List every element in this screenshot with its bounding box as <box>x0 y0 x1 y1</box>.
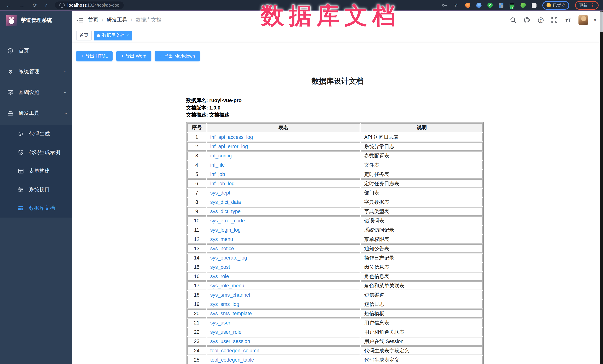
row-table-name: sys_dept <box>207 188 360 197</box>
table-name-link[interactable]: sys_dict_type <box>210 209 241 214</box>
row-index: 15 <box>187 263 206 271</box>
reload-icon[interactable]: ⟳ <box>33 3 37 8</box>
export-button[interactable]: + 导出 HTML <box>76 51 113 61</box>
back-icon[interactable]: ← <box>6 3 11 8</box>
table-name-link[interactable]: sys_user <box>210 320 230 325</box>
table-name-link[interactable]: sys_role <box>210 273 229 279</box>
sidebar-item-home[interactable]: 首页 <box>0 42 72 60</box>
address-bar[interactable]: i localhost:1024/tool/db-doc <box>55 1 124 9</box>
key-icon[interactable] <box>441 2 447 8</box>
table-name-link[interactable]: inf_file <box>210 162 225 168</box>
table-name-link[interactable]: inf_job <box>210 171 225 177</box>
table-name-link[interactable]: sys_user_session <box>210 338 250 344</box>
row-index: 16 <box>187 272 206 280</box>
sliders-icon <box>18 187 24 193</box>
table-name-link[interactable]: sys_dept <box>210 190 230 196</box>
table-row: 12 sys_menu 菜单权限表 <box>187 235 483 243</box>
sidebar-item-infra[interactable]: 基础设施 › <box>0 83 72 102</box>
meta-line: 文档描述: 文档描述 <box>186 111 489 119</box>
export-button[interactable]: + 导出 Word <box>116 51 151 61</box>
tag-home[interactable]: 首页 <box>76 31 92 40</box>
table-name-link[interactable]: sys_error_code <box>210 218 245 223</box>
bookmark-star-icon[interactable]: ☆ <box>453 2 459 8</box>
extension-grid-icon[interactable] <box>499 3 503 8</box>
table-name-link[interactable]: inf_config <box>210 153 232 158</box>
row-table-name: tool_codegen_table <box>207 355 360 364</box>
row-index: 8 <box>187 198 206 206</box>
emoji-face-icon <box>546 3 551 7</box>
table-name-link[interactable]: sys_post <box>210 264 230 270</box>
home-icon[interactable]: ⌂ <box>45 3 48 8</box>
export-button-label: 导出 HTML <box>85 53 108 59</box>
scrollbar-thumb[interactable] <box>600 11 603 32</box>
extension-orange-icon[interactable] <box>465 3 470 8</box>
table-row: 21 sys_user 用户信息表 <box>187 318 483 327</box>
window-scrollbar[interactable] <box>600 11 603 364</box>
extension-switch-icon[interactable]: on <box>509 3 515 8</box>
row-table-name: sys_sms_log <box>207 300 360 308</box>
header-actions: ? тT ▼ <box>510 15 597 25</box>
close-icon[interactable]: × <box>127 33 129 37</box>
breadcrumb-home[interactable]: 首页 <box>88 17 98 23</box>
row-table-name: sys_user <box>207 318 360 327</box>
table-name-link[interactable]: sys_sms_template <box>210 310 252 316</box>
form-builder-icon <box>18 168 24 174</box>
font-size-icon[interactable]: тT <box>565 17 571 23</box>
row-table-name: sys_sms_template <box>207 309 360 318</box>
table-row: 1 inf_api_access_log API 访问日志表 <box>187 133 483 141</box>
table-name-link[interactable]: sys_sms_log <box>210 301 239 307</box>
table-name-link[interactable]: sys_menu <box>210 236 233 242</box>
sidebar-item-codegen[interactable]: 代码生成 <box>0 125 72 143</box>
table-name-link[interactable]: inf_api_access_log <box>210 134 253 140</box>
sidebar-item-system[interactable]: ⚙ 系统管理 › <box>0 62 72 81</box>
user-avatar[interactable] <box>579 15 588 25</box>
table-name-link[interactable]: sys_login_log <box>210 227 241 232</box>
table-name-link[interactable]: sys_dict_data <box>210 199 241 205</box>
table-name-link[interactable]: sys_notice <box>210 246 234 251</box>
row-description: 角色信息表 <box>361 272 483 280</box>
meta-line: 文档版本: 1.0.0 <box>186 104 489 111</box>
table-name-link[interactable]: sys_user_role <box>210 329 242 335</box>
help-icon[interactable]: ? <box>537 17 544 23</box>
table-name-link[interactable]: inf_api_error_log <box>210 143 248 149</box>
extension-pin-icon[interactable] <box>476 3 482 8</box>
row-description: 字典类型表 <box>361 207 483 216</box>
extension-check-icon[interactable]: ✓ <box>487 3 493 8</box>
table-name-link[interactable]: sys_role_menu <box>210 283 244 288</box>
row-index: 5 <box>187 170 206 178</box>
forward-icon[interactable]: → <box>19 3 24 8</box>
export-button-label: 导出 Word <box>126 53 146 59</box>
avatar-caret-icon[interactable]: ▼ <box>593 18 597 22</box>
extensions-puzzle-icon[interactable] <box>532 3 536 8</box>
browser-menu-icon[interactable]: ⋮ <box>590 3 594 7</box>
site-info-icon[interactable]: i <box>59 3 65 8</box>
fullscreen-icon[interactable] <box>551 17 558 23</box>
table-name-link[interactable]: sys_operate_log <box>210 255 247 260</box>
export-button[interactable]: + 导出 Markdown <box>155 51 200 61</box>
breadcrumb-devtools[interactable]: 研发工具 <box>107 17 128 23</box>
sidebar-item-system-api[interactable]: 系统接口 <box>0 180 72 199</box>
row-description: 系统访问记录 <box>361 226 483 234</box>
sidebar-fold-icon[interactable] <box>77 18 83 22</box>
app-logo-row[interactable]: 芋道管理系统 <box>0 11 72 30</box>
tag-db-doc[interactable]: 数据库文档 × <box>94 31 132 40</box>
search-icon[interactable] <box>510 17 516 23</box>
table-name-link[interactable]: sys_sms_channel <box>210 292 250 298</box>
browser-update-pill[interactable]: 更新 ⋮ <box>575 1 599 10</box>
sidebar-item-label: 数据库文档 <box>29 205 55 212</box>
row-description: 短信渠道 <box>361 290 483 299</box>
sidebar-item-codegen-demo[interactable]: 代码生成示例 <box>0 143 72 162</box>
paused-extension-pill[interactable]: 已暂停 <box>543 1 569 10</box>
row-table-name: sys_login_log <box>207 226 360 234</box>
col-header-name: 表名 <box>207 123 360 132</box>
table-name-link[interactable]: tool_codegen_column <box>210 348 259 353</box>
table-name-link[interactable]: inf_job_log <box>210 181 235 186</box>
app-title: 芋道管理系统 <box>21 17 52 24</box>
table-name-link[interactable]: tool_codegen_table <box>210 357 254 363</box>
browser-nav-buttons: ← → ⟳ ⌂ <box>0 3 52 8</box>
sidebar-item-devtools[interactable]: 研发工具 › <box>0 104 72 122</box>
github-icon[interactable] <box>523 17 530 23</box>
sidebar-item-form-builder[interactable]: 表单构建 <box>0 162 72 180</box>
sidebar-item-db-doc[interactable]: 数据库文档 <box>0 199 72 218</box>
extension-leaf-icon[interactable] <box>521 3 526 8</box>
